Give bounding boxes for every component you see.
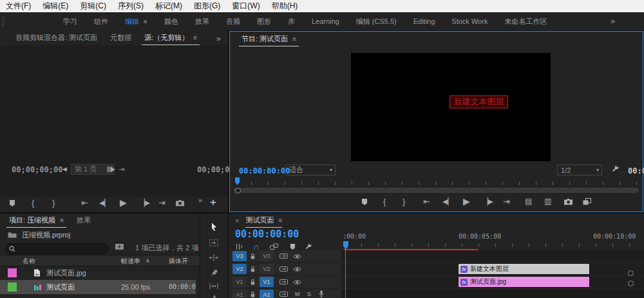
workspace-overflow-icon[interactable]: » — [611, 17, 615, 25]
menu-item-clip[interactable]: 剪辑(C) — [74, 1, 112, 12]
source-play-icon[interactable]: ▶ — [120, 198, 127, 207]
track-v3-lane[interactable] — [341, 250, 644, 262]
a1-sync-lock-icon[interactable] — [279, 291, 288, 297]
workspace-tab-audio[interactable]: 音频 — [218, 17, 249, 26]
a1-solo-button[interactable]: S — [307, 292, 311, 297]
workspace-tab-graphics[interactable]: 图形 — [249, 17, 279, 26]
source-go-to-out-icon[interactable]: ⇥ — [158, 199, 166, 207]
program-add-marker-icon[interactable] — [361, 198, 368, 206]
razor-tool-icon[interactable] — [211, 268, 218, 276]
timeline-panel-menu-icon[interactable]: ≡ — [279, 217, 283, 224]
label-chip-green[interactable] — [8, 283, 17, 292]
program-scrollbar[interactable] — [234, 188, 639, 193]
page-next-icon[interactable]: ▶ — [111, 166, 115, 172]
pen-tool-icon[interactable] — [211, 295, 218, 298]
menu-item-help[interactable]: 帮助(H) — [266, 1, 304, 12]
playback-resolution-select[interactable]: 1/2 ▾ — [557, 164, 602, 175]
text-layer-selection[interactable]: 新建文本图层 — [450, 95, 508, 108]
program-step-back-icon[interactable]: ◀▏ — [442, 198, 453, 205]
workspace-bar-grip[interactable] — [2, 16, 5, 26]
workspace-tab-edit-cs55[interactable]: 编辑 (CS5.5) — [348, 17, 405, 26]
v2-lock-icon[interactable] — [250, 266, 256, 273]
v3-toggle-output-eye-icon[interactable] — [293, 253, 301, 259]
program-play-icon[interactable]: ▶ — [463, 197, 470, 206]
workspace-tab-editing-en[interactable]: Editing — [405, 17, 444, 25]
program-lift-icon[interactable]: ▤ — [525, 197, 532, 205]
v1-target-button[interactable]: V1 — [260, 277, 274, 287]
nest-toggle-icon[interactable] — [235, 243, 243, 250]
project-row-jpg[interactable]: 测试页面.jpg — [0, 266, 196, 280]
menu-item-window[interactable]: 窗口(W) — [226, 1, 265, 12]
program-go-to-in-icon[interactable]: ⇤ — [423, 197, 430, 206]
program-go-to-out-icon[interactable]: ⇥ — [503, 197, 510, 206]
track-v1-lane[interactable]: fx 测试页面.jpg — [341, 276, 644, 288]
bin-folder-icon[interactable] — [8, 232, 17, 238]
source-tabs-overflow-icon[interactable]: » — [216, 35, 221, 43]
label-chip-pink[interactable] — [8, 268, 17, 277]
v3-source-assign-button[interactable]: V3 — [232, 251, 247, 261]
workspace-tab-assembly[interactable]: 组件 — [86, 17, 117, 26]
program-export-frame-icon[interactable] — [564, 198, 573, 205]
v2-source-assign-button[interactable]: V2 — [232, 264, 247, 274]
source-add-button-icon[interactable]: + — [210, 197, 216, 208]
source-transport-overflow-icon[interactable]: » — [198, 197, 202, 204]
program-comparison-view-icon[interactable] — [583, 198, 591, 206]
zoom-level-select[interactable]: 适合 ▾ — [285, 164, 336, 175]
workspace-menu-icon[interactable]: ≡ — [144, 18, 147, 25]
timeline-playhead-line[interactable] — [345, 249, 346, 298]
source-mark-out-icon[interactable]: } — [52, 199, 55, 207]
a1-mute-button[interactable]: M — [295, 292, 300, 297]
page-jump-icon[interactable]: ⇥ — [118, 166, 124, 173]
selection-tool-icon[interactable] — [211, 223, 218, 232]
track-v2-lane[interactable]: fx 新建文本图层 — [341, 263, 644, 275]
project-panel-menu-icon[interactable]: ≡ — [60, 217, 64, 224]
source-step-back-icon[interactable]: ◀▏ — [99, 199, 110, 206]
source-mark-in-icon[interactable]: { — [32, 199, 34, 207]
program-extract-icon[interactable]: ▥ — [544, 197, 551, 205]
row-name[interactable]: 测试页面 — [46, 284, 75, 291]
workspace-tab-unnamed[interactable]: 未命名工作区 — [496, 17, 555, 26]
new-bin-icon[interactable] — [115, 243, 124, 250]
track-a1-lane[interactable] — [341, 289, 644, 298]
tab-effects[interactable]: 效果 — [70, 213, 97, 228]
track-scroll-dot-bottom[interactable] — [628, 281, 634, 286]
source-go-to-in-icon[interactable]: ⇤ — [81, 199, 88, 207]
a1-voiceover-mic-icon[interactable] — [319, 290, 324, 297]
column-media-start[interactable]: 媒体开 — [169, 258, 188, 264]
a1-source-assign-button[interactable]: A1 — [232, 290, 247, 298]
tab-source-monitor[interactable]: 源:（无剪辑） ≡ — [138, 30, 204, 45]
menu-item-file[interactable]: 文件(F) — [0, 1, 37, 12]
workspace-tab-libraries[interactable]: 库 — [279, 17, 303, 26]
v3-target-button[interactable]: V3 — [260, 251, 274, 261]
workspace-tab-effects[interactable]: 效果 — [187, 17, 218, 26]
timeline-add-marker-icon[interactable] — [290, 243, 296, 250]
timeline-ruler[interactable]: :00:00 00:00:05:00 00:00:10:00 — [341, 228, 644, 250]
page-selector[interactable]: 第 1 页 — [71, 164, 115, 175]
workspace-tab-learn[interactable]: 学习 — [55, 17, 86, 26]
v2-toggle-output-eye-icon[interactable] — [293, 266, 301, 272]
bin-path[interactable]: 压缩视频.prproj — [22, 232, 70, 239]
v3-lock-icon[interactable] — [250, 253, 256, 260]
program-mark-in-icon[interactable]: { — [383, 197, 386, 206]
v3-sync-lock-icon[interactable] — [279, 253, 288, 259]
source-panel-menu-icon[interactable]: ≡ — [193, 34, 197, 41]
a1-lock-icon[interactable] — [250, 291, 256, 298]
timeline-tab-close-icon[interactable]: × — [232, 217, 242, 224]
ripple-edit-tool-icon[interactable] — [209, 254, 218, 261]
project-row-sequence[interactable]: 测试页面 25.00 fps 00:00:0 — [0, 280, 196, 294]
tab-metadata[interactable]: 元数据 — [104, 30, 138, 45]
a1-target-button[interactable]: A1 — [260, 290, 274, 298]
timeline-timecode[interactable]: 00:00:00:00 — [235, 230, 299, 239]
clip-image[interactable]: fx 测试页面.jpg — [458, 276, 590, 288]
column-framerate[interactable]: 帧速率 — [121, 258, 140, 264]
v1-lock-icon[interactable] — [250, 279, 256, 286]
source-timecode[interactable]: 00;00;00;00 — [12, 166, 62, 174]
program-mini-ruler[interactable] — [235, 181, 638, 185]
v2-target-button[interactable]: V2 — [260, 264, 274, 274]
workspace-tab-stock-work[interactable]: Stock Work — [443, 17, 496, 25]
slip-tool-icon[interactable] — [209, 283, 218, 290]
tab-program-monitor[interactable]: 节目: 测试页面 ≡ — [235, 32, 303, 46]
program-scrollbar-handle[interactable] — [235, 188, 241, 194]
tab-timeline-sequence[interactable]: 测试页面 ≡ — [242, 214, 286, 228]
linked-selection-icon[interactable] — [270, 243, 278, 250]
